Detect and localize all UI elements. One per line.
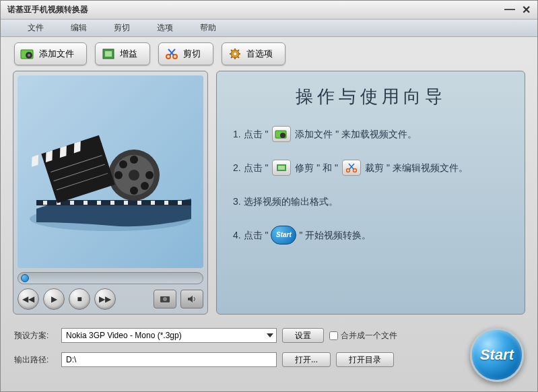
svg-rect-45 (278, 166, 285, 170)
guide-step-1: 1. 点击 " 添加文件 " 来加载视频文件。 (233, 125, 508, 143)
open-button[interactable]: 打开... (282, 352, 331, 367)
output-row: 输出路径: 打开... 打开目录 (14, 352, 461, 367)
gain-icon (101, 46, 116, 61)
merge-label: 合并成一个文件 (341, 330, 397, 341)
add-file-button[interactable]: 添加文件 (14, 42, 87, 65)
titlebar: 诺基亚手机视频转换器 — ✕ (1, 1, 537, 20)
svg-rect-19 (151, 201, 155, 205)
add-file-label: 添加文件 (39, 48, 74, 60)
forward-button[interactable]: ▶▶ (94, 288, 116, 310)
guide-step-4: 4. 点击 " Start " 开始视频转换。 (233, 226, 508, 244)
output-path-input[interactable] (61, 352, 277, 367)
prefs-label: 首选项 (246, 48, 273, 60)
minimize-button[interactable]: — (504, 3, 515, 16)
guide-title: 操作与使用向导 (233, 85, 508, 108)
main-area: ◀◀ ▶ ■ ▶▶ 操作与使用向导 1. 点击 " 添加文件 " 来加载视频文件… (1, 71, 537, 321)
svg-rect-14 (83, 201, 88, 205)
svg-point-26 (130, 187, 138, 195)
menu-help[interactable]: 帮助 (187, 20, 230, 36)
svg-rect-15 (97, 201, 101, 205)
guide-panel: 操作与使用向导 1. 点击 " 添加文件 " 来加载视频文件。 2. 点击 " … (216, 71, 525, 315)
stop-button[interactable]: ■ (69, 288, 90, 310)
merge-checkbox[interactable] (329, 331, 338, 340)
profile-label: 预设方案: (14, 330, 56, 341)
svg-point-41 (163, 297, 167, 301)
menu-options[interactable]: 选项 (143, 20, 187, 36)
start-button[interactable]: Start (470, 328, 524, 382)
bottom-bar: 预设方案: Nokia 3GP Video - Mono (*.3gp) 设置 … (1, 321, 537, 391)
svg-rect-18 (137, 201, 141, 205)
svg-point-2 (28, 54, 30, 57)
svg-point-29 (119, 160, 127, 168)
svg-point-47 (354, 169, 357, 172)
guide-step-3: 3. 选择视频的输出格式。 (233, 192, 508, 211)
svg-point-30 (141, 182, 149, 190)
cut-label: 剪切 (183, 48, 201, 60)
preview-panel: ◀◀ ▶ ■ ▶▶ (13, 71, 208, 315)
app-window: 诺基亚手机视频转换器 — ✕ 文件 编辑 剪切 选项 帮助 添加文件 增益 剪切… (0, 0, 538, 392)
settings-button[interactable]: 设置 (282, 328, 324, 343)
svg-rect-33 (32, 155, 38, 167)
scissors-icon (342, 160, 361, 176)
titlebar-buttons: — ✕ (504, 3, 531, 16)
form-area: 预设方案: Nokia 3GP Video - Mono (*.3gp) 设置 … (14, 328, 461, 367)
snapshot-button[interactable] (154, 290, 176, 308)
prefs-button[interactable]: 首选项 (222, 42, 285, 65)
svg-point-28 (145, 171, 154, 179)
menu-file[interactable]: 文件 (14, 20, 57, 36)
rewind-button[interactable]: ◀◀ (18, 288, 39, 310)
video-preview (18, 75, 203, 268)
window-title: 诺基亚手机视频转换器 (7, 4, 504, 15)
svg-rect-16 (110, 201, 114, 205)
trim-icon (272, 160, 291, 176)
gain-label: 增益 (120, 48, 137, 60)
clapper-reel-icon (23, 111, 198, 232)
menu-edit[interactable]: 编辑 (57, 20, 100, 36)
svg-rect-11 (43, 201, 47, 205)
merge-checkbox-wrap[interactable]: 合并成一个文件 (329, 330, 397, 341)
seek-slider[interactable] (18, 272, 203, 284)
playback-controls: ◀◀ ▶ ■ ▶▶ (18, 288, 203, 310)
profile-select[interactable]: Nokia 3GP Video - Mono (*.3gp) (61, 328, 277, 343)
svg-point-46 (347, 169, 350, 172)
menu-cut[interactable]: 剪切 (100, 20, 143, 36)
folder-film-icon (272, 126, 291, 142)
gear-icon (228, 46, 242, 61)
guide-step-2: 2. 点击 " 修剪 " 和 " 裁剪 " 来编辑视频文件。 (233, 158, 508, 177)
svg-point-24 (129, 170, 139, 181)
folder-film-icon (20, 46, 35, 61)
output-label: 输出路径: (14, 354, 56, 366)
volume-button[interactable] (180, 290, 203, 308)
seek-thumb[interactable] (21, 274, 29, 282)
svg-point-8 (234, 53, 236, 55)
play-button[interactable]: ▶ (43, 288, 65, 310)
open-dir-button[interactable]: 打开目录 (336, 352, 394, 367)
svg-rect-17 (124, 201, 128, 205)
svg-rect-20 (164, 201, 168, 205)
toolbar: 添加文件 增益 剪切 首选项 (1, 37, 537, 71)
svg-point-25 (130, 156, 138, 164)
svg-rect-4 (105, 51, 112, 57)
start-icon: Start (271, 226, 296, 244)
close-button[interactable]: ✕ (522, 3, 531, 16)
cut-button[interactable]: 剪切 (158, 42, 213, 65)
gain-button[interactable]: 增益 (95, 42, 150, 65)
svg-point-27 (114, 171, 123, 179)
profile-row: 预设方案: Nokia 3GP Video - Mono (*.3gp) 设置 … (14, 328, 461, 343)
svg-rect-21 (178, 201, 182, 205)
scissors-icon (164, 46, 179, 61)
menubar: 文件 编辑 剪切 选项 帮助 (1, 20, 537, 37)
svg-point-43 (280, 133, 285, 138)
svg-rect-13 (70, 201, 74, 205)
